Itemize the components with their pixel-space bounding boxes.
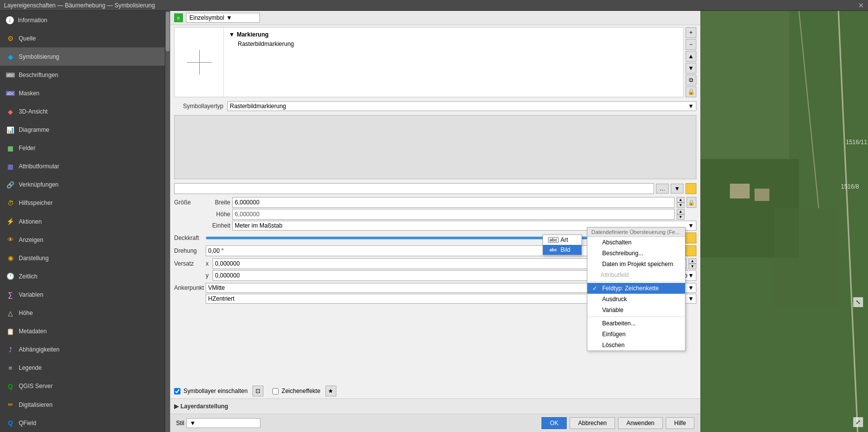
file-browse-button[interactable]: … [656, 184, 669, 194]
hoehe-up[interactable]: ▲ [677, 209, 685, 214]
sidebar-item-hoehe[interactable]: △ Höhe [0, 304, 165, 322]
sidebar-label-zeitlich: Zeitlich [19, 273, 37, 280]
sidebar-item-legende[interactable]: ≡ Legende [0, 359, 165, 377]
sidebar-item-felder[interactable]: ▦ Felder [0, 139, 165, 157]
breite-down[interactable]: ▼ [677, 202, 685, 208]
sidebar-item-symbolisierung[interactable]: ◆ Symbolisierung [0, 47, 165, 66]
symbollayertyp-row: Symbollayertyp Rasterbildmarkierung ▼ [170, 99, 700, 113]
layerdarstellung-header[interactable]: ▶ Layerdarstellung [174, 401, 696, 412]
sidebar-item-qfield[interactable]: Q QField [0, 414, 165, 432]
breite-up[interactable]: ▲ [677, 197, 685, 202]
sidebar-item-abhaengigkeiten[interactable]: ⤴ Abhängigkeiten [0, 341, 165, 359]
sidebar-item-verknuepfungen[interactable]: 🔗 Verknüpfungen [0, 176, 165, 194]
hoehe-input[interactable] [232, 209, 675, 220]
masken-icon: abc [6, 89, 15, 98]
dropdown-separator2 [587, 316, 685, 317]
sidebar-item-beschriftungen[interactable]: abc Beschriftungen [0, 66, 165, 84]
sidebar-item-metadaten[interactable]: 📋 Metadaten [0, 322, 165, 341]
tree-group-markierung[interactable]: ▼ Markierung [226, 30, 681, 39]
file-input[interactable] [174, 183, 654, 194]
drehung-dd-button[interactable]: ⚡ [686, 245, 696, 256]
zeicheneffekte-icon-btn[interactable]: ★ [326, 386, 336, 396]
sidebar-item-masken[interactable]: abc Masken [0, 84, 165, 102]
symbollayertyp-combo[interactable]: Rasterbildmarkierung ▼ [227, 101, 696, 111]
sidebar-item-zeitlich[interactable]: 🕐 Zeitlich [0, 267, 165, 285]
versatz-y-input[interactable] [213, 270, 625, 281]
file-dd-button[interactable]: ⚡ [686, 183, 696, 194]
hoehe-down[interactable]: ▼ [677, 214, 685, 220]
dropdown-item-beschreibung[interactable]: Beschreibung... [587, 248, 685, 259]
hoehe-spinner[interactable]: ▲ ▼ [677, 209, 685, 220]
sidebar-item-quelle[interactable]: ⚙ Quelle [0, 29, 165, 47]
sidebar-label-symbolisierung: Symbolisierung [19, 53, 59, 60]
versatz-x-down[interactable]: ▼ [688, 264, 696, 269]
dropdown-item-bearbeiten[interactable]: Bearbeiten... [587, 318, 685, 329]
map-side-icon[interactable]: ⤡ [853, 297, 863, 307]
render-type-combo[interactable]: Einzelsymbol ▼ [186, 13, 260, 23]
sidebar-item-aktionen[interactable]: ⚡ Aktionen [0, 212, 165, 231]
file-dropdown-button[interactable]: ▼ [671, 184, 684, 194]
symbollayer-icon-btn[interactable]: ⊡ [253, 386, 263, 396]
versatz-x-up[interactable]: ▲ [688, 258, 696, 264]
lock-button[interactable]: 🔒 [686, 86, 696, 97]
abc-item-art[interactable]: abc Art [543, 235, 581, 245]
add-layer-button[interactable]: + [686, 27, 696, 38]
size-lock-button[interactable]: 🔒 [687, 197, 696, 208]
render-type-icon: ≡ [174, 13, 183, 22]
move-up-button[interactable]: ▲ [686, 51, 696, 62]
legende-icon: ≡ [6, 363, 15, 372]
sidebar-label-beschriftungen: Beschriftungen [19, 72, 58, 79]
ankerpunkt-v-value: VMitte [208, 284, 225, 291]
sidebar-item-3d-ansicht[interactable]: ◆ 3D-Ansicht [0, 102, 165, 120]
versatz-x-spinner[interactable]: ▲ ▼ [688, 258, 696, 269]
deckkraft-dd-button[interactable]: ⚡ [686, 233, 696, 243]
symbol-tree-section: ▼ Markierung Rasterbildmarkierung + − ▲ … [174, 27, 696, 97]
close-button[interactable]: ✕ [858, 1, 864, 9]
dropdown-item-daten-speichern[interactable]: Daten im Projekt speichern [587, 259, 685, 270]
map-corner-icon[interactable]: ⤢ [853, 417, 863, 427]
dropdown-item-feldtyp[interactable]: ✓ Feldtyp: Zeichenkette [587, 283, 685, 294]
stil-combo[interactable]: ▼ [186, 418, 260, 428]
tree-item-rasterbildmarkierung[interactable]: Rasterbildmarkierung [226, 39, 681, 48]
abbrechen-button[interactable]: Abbrechen [570, 417, 615, 429]
breite-spinner[interactable]: ▲ ▼ [677, 197, 685, 208]
hoehe-row: Höhe ▲ ▼ [174, 209, 696, 220]
sidebar-item-digitalisieren[interactable]: ✏ Digitalisieren [0, 395, 165, 414]
svg-text:1516/11: 1516/11 [846, 139, 868, 146]
sidebar-item-hilfsspeicher[interactable]: ⏱ Hilfsspeicher [0, 194, 165, 212]
ok-button[interactable]: OK [542, 417, 567, 429]
render-type-value: Einzelsymbol [189, 14, 224, 21]
remove-layer-button[interactable]: − [686, 39, 696, 50]
dropdown-item-ausdruck[interactable]: Ausdruck [587, 294, 685, 305]
sidebar-label-aktionen: Aktionen [19, 218, 42, 225]
symbollayer-checkbox[interactable] [174, 388, 181, 394]
move-down-button[interactable]: ▼ [686, 63, 696, 74]
symbollayertyp-value: Rasterbildmarkierung [230, 103, 286, 110]
sidebar-label-3d: 3D-Ansicht [19, 108, 48, 115]
sidebar-item-information[interactable]: i Information [0, 11, 165, 29]
abhaengigkeiten-icon: ⤴ [6, 345, 15, 354]
sidebar-item-diagramme[interactable]: 📊 Diagramme [0, 121, 165, 139]
anwenden-button[interactable]: Anwenden [618, 417, 663, 429]
dropdown-item-variable[interactable]: Variable [587, 305, 685, 315]
sidebar-item-attributformular[interactable]: ▦ Attributformular [0, 157, 165, 176]
title-bar-text: Layereigenschaften — Bäumerhebung — Symb… [4, 2, 155, 9]
breite-input[interactable] [232, 197, 675, 208]
zeicheneffekte-checkbox[interactable] [272, 388, 279, 394]
footer-left: Stil ▼ [176, 418, 539, 428]
dropdown-item-abschalten[interactable]: Abschalten [587, 237, 685, 248]
sidebar-item-variablen[interactable]: ∑ Variablen [0, 285, 165, 304]
render-type-arrow: ▼ [226, 14, 232, 21]
sidebar-item-darstellung[interactable]: ◉ Darstellung [0, 249, 165, 267]
dropdown-item-einfuegen[interactable]: Einfügen [587, 329, 685, 340]
abc-item-bild[interactable]: abc Bild [543, 245, 581, 255]
copy-button[interactable]: ⧉ [686, 75, 696, 85]
abc-field-popup: abc Art abc Bild [542, 235, 582, 255]
sidebar-item-anzeigen[interactable]: 👁 Anzeigen [0, 231, 165, 249]
hilfe-button[interactable]: Hilfe [666, 417, 694, 429]
sidebar-scrollbar[interactable] [165, 11, 170, 432]
versatz-label: Versatz [174, 260, 204, 267]
sidebar-item-qgis-server[interactable]: Q QGIS Server [0, 377, 165, 395]
sidebar-label-felder: Felder [19, 145, 36, 152]
dropdown-item-loeschen[interactable]: Löschen [587, 340, 685, 351]
